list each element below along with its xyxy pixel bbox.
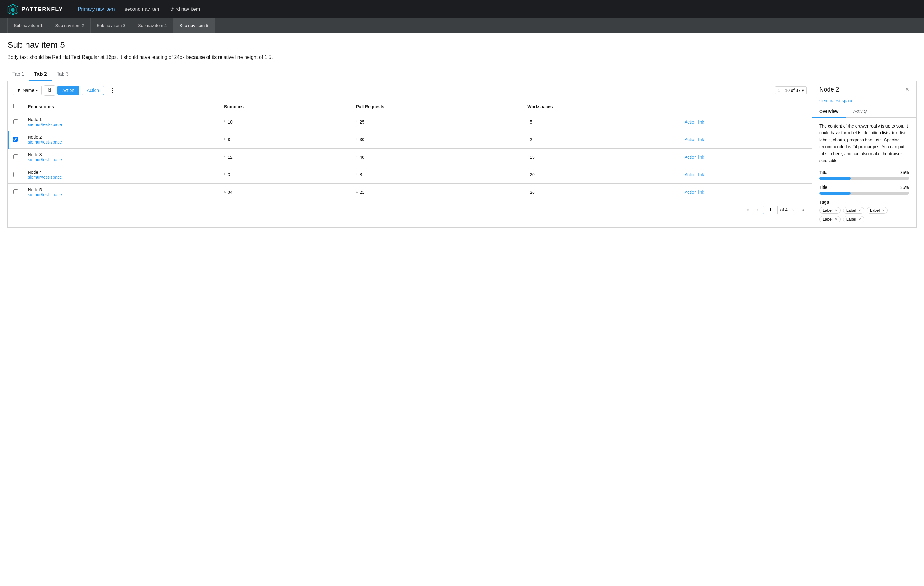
progress-percent-1: 35% <box>900 170 909 175</box>
tag-label-2: Label <box>870 208 880 213</box>
filter-dropdown-icon: ▾ <box>36 89 38 92</box>
nav-item-third[interactable]: third nav item <box>165 0 205 18</box>
row-branches-cell: ⑂12 <box>219 149 351 166</box>
sub-nav-item-1[interactable]: Sub nav item 1 <box>7 18 49 33</box>
row-workspace-cell: ·13 <box>522 149 680 166</box>
action-link[interactable]: Action link <box>685 137 705 142</box>
progress-bar-fill-2 <box>819 191 851 195</box>
select-all-cell <box>8 100 23 113</box>
drawer-title: Node 2 <box>819 86 839 93</box>
drawer-panel: Node 2 × siemur/test-space Overview Acti… <box>812 81 916 227</box>
tab-2[interactable]: Tab 2 <box>29 68 52 81</box>
drawer-tab-overview[interactable]: Overview <box>812 106 846 118</box>
pagination-next-button[interactable]: › <box>790 205 797 215</box>
sub-nav-item-4[interactable]: Sub nav item 4 <box>132 18 173 33</box>
drawer-subtitle[interactable]: siemur/test-space <box>812 96 916 103</box>
action-link[interactable]: Action link <box>685 172 705 177</box>
node-link[interactable]: siemur/test-space <box>28 157 214 162</box>
branch-icon: ⑂ <box>224 155 226 160</box>
pr-icon: ⑂ <box>356 155 358 160</box>
pagination-of-text: of 4 <box>780 207 787 212</box>
tag-remove-0[interactable]: × <box>835 208 837 213</box>
pagination-dropdown[interactable]: 1 – 10 of 37 ▾ <box>775 86 807 94</box>
pagination-first-button[interactable]: « <box>744 205 752 215</box>
drawer-tabs: Overview Activity <box>812 106 916 118</box>
tab-3[interactable]: Tab 3 <box>52 68 74 81</box>
node-name: Node 2 <box>28 135 42 140</box>
action-secondary-button[interactable]: Action <box>82 86 104 95</box>
col-pull-requests: Pull Requests <box>351 100 522 113</box>
branch-icon: ⑂ <box>224 190 226 195</box>
table-row: Node 5 siemur/test-space ⑂34 ⑂21 ·26 Act… <box>8 183 812 201</box>
logo-text: PATTERNFLY <box>21 6 63 13</box>
sort-button[interactable]: ⇅ <box>44 85 55 96</box>
drawer-close-button[interactable]: × <box>905 86 909 93</box>
row-branches-cell: ⑂10 <box>219 113 351 131</box>
logo: PATTERNFLY <box>7 4 63 15</box>
pagination-dropdown-icon: ▾ <box>802 88 804 93</box>
action-link[interactable]: Action link <box>685 190 705 195</box>
row-name-cell: Node 3 siemur/test-space <box>23 149 219 166</box>
row-checkbox-5[interactable] <box>13 190 18 195</box>
bottom-pagination: « ‹ of 4 › » <box>8 201 812 218</box>
pagination-prev-button[interactable]: ‹ <box>754 205 761 215</box>
row-workspace-cell: ·5 <box>522 113 680 131</box>
tag-remove-3[interactable]: × <box>835 217 837 221</box>
drawer-tab-activity[interactable]: Activity <box>846 106 874 118</box>
row-branches-cell: ⑂3 <box>219 166 351 183</box>
pagination-page-input[interactable] <box>763 206 778 214</box>
row-checkbox-3[interactable] <box>13 154 18 159</box>
tag-2: Label× <box>867 207 888 213</box>
progress-bar-bg-1 <box>819 177 909 180</box>
pagination-last-button[interactable]: » <box>799 205 807 215</box>
data-table: Repositories Branches Pull Requests Work… <box>8 100 812 201</box>
tab-1[interactable]: Tab 1 <box>7 68 29 81</box>
ws-icon: · <box>527 155 528 160</box>
select-all-checkbox[interactable] <box>13 104 18 109</box>
row-checkbox-2[interactable] <box>13 137 18 142</box>
filter-icon: ▼ <box>16 88 21 93</box>
action-primary-button[interactable]: Action <box>57 86 79 94</box>
primary-nav-items: Primary nav item second nav item third n… <box>73 0 205 18</box>
progress-label-1: Title <box>819 170 827 175</box>
row-pr-cell: ⑂21 <box>351 183 522 201</box>
node-name: Node 1 <box>28 117 42 122</box>
row-pr-cell: ⑂48 <box>351 149 522 166</box>
tag-remove-1[interactable]: × <box>859 208 861 213</box>
sub-nav-item-5[interactable]: Sub nav item 5 <box>173 18 214 33</box>
sub-nav-item-2[interactable]: Sub nav item 2 <box>49 18 90 33</box>
progress-bar-bg-2 <box>819 191 909 195</box>
table-header-row: Repositories Branches Pull Requests Work… <box>8 100 812 113</box>
tag-remove-2[interactable]: × <box>882 208 884 213</box>
node-link[interactable]: siemur/test-space <box>28 175 214 180</box>
sub-nav-item-3[interactable]: Sub nav item 3 <box>91 18 132 33</box>
node-name: Node 5 <box>28 187 42 192</box>
tag-label-3: Label <box>823 217 833 221</box>
nav-item-primary[interactable]: Primary nav item <box>73 0 120 18</box>
row-action-cell: Action link <box>680 183 812 201</box>
row-branches-cell: ⑂34 <box>219 183 351 201</box>
filter-button[interactable]: ▼ Name ▾ <box>13 86 41 95</box>
node-name: Node 3 <box>28 152 42 157</box>
row-branches-cell: ⑂8 <box>219 131 351 149</box>
ws-icon: · <box>527 190 528 195</box>
kebab-menu-button[interactable]: ⋮ <box>107 85 119 96</box>
row-name-cell: Node 1 siemur/test-space <box>23 113 219 131</box>
table-body: Node 1 siemur/test-space ⑂10 ⑂25 ·5 Acti… <box>8 113 812 201</box>
row-checkbox-1[interactable] <box>13 119 18 124</box>
node-link[interactable]: siemur/test-space <box>28 192 214 197</box>
node-link[interactable]: siemur/test-space <box>28 122 214 127</box>
tag-remove-4[interactable]: × <box>859 217 861 221</box>
action-link[interactable]: Action link <box>685 155 705 160</box>
ws-icon: · <box>527 172 528 177</box>
row-pr-cell: ⑂8 <box>351 166 522 183</box>
row-workspace-cell: ·2 <box>522 131 680 149</box>
node-link[interactable]: siemur/test-space <box>28 140 214 145</box>
patternfly-logo-icon <box>7 4 18 15</box>
col-actions <box>680 100 812 113</box>
pr-icon: ⑂ <box>356 137 358 142</box>
row-checkbox-4[interactable] <box>13 172 18 177</box>
col-branches: Branches <box>219 100 351 113</box>
action-link[interactable]: Action link <box>685 120 705 124</box>
nav-item-second[interactable]: second nav item <box>120 0 166 18</box>
